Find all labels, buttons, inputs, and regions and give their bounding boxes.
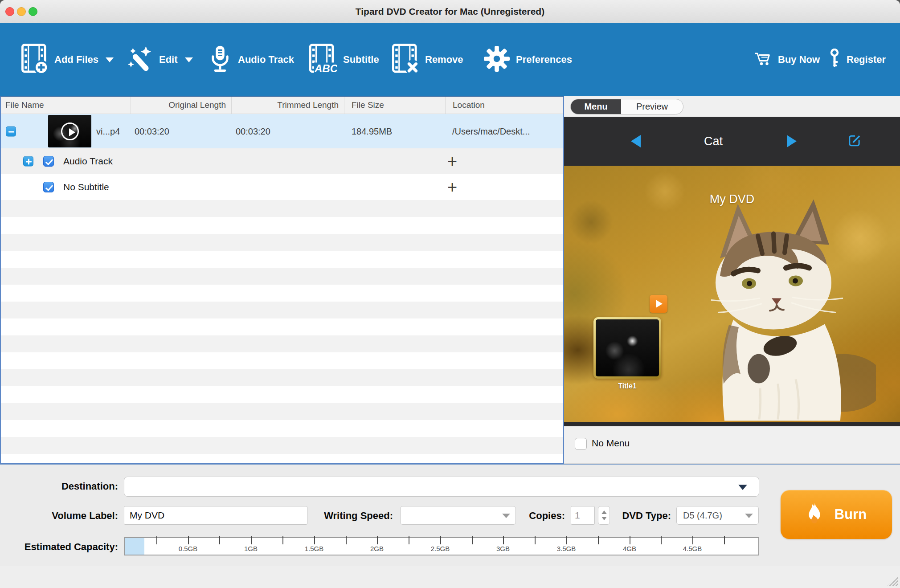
register-label: Register bbox=[847, 54, 886, 65]
menu-template-name: Cat bbox=[671, 117, 756, 166]
subtitle-label: Subtitle bbox=[343, 54, 379, 65]
no-menu-area: No Menu bbox=[564, 426, 900, 464]
copies-input[interactable] bbox=[571, 506, 595, 525]
kitten-illustration bbox=[667, 190, 876, 422]
burn-button-label: Burn bbox=[835, 506, 867, 523]
tab-preview[interactable]: Preview bbox=[621, 99, 683, 114]
flame-icon bbox=[806, 503, 823, 526]
volume-label-label: Volume Label: bbox=[0, 510, 118, 522]
microphone-icon bbox=[209, 45, 232, 75]
previous-template-button[interactable] bbox=[631, 135, 641, 147]
audio-track-checkbox[interactable] bbox=[43, 156, 54, 167]
capacity-tick-label: 2GB bbox=[370, 545, 384, 552]
cart-icon bbox=[754, 50, 772, 69]
menu-template-bar: Cat bbox=[564, 117, 900, 166]
column-header-location[interactable]: Location bbox=[446, 97, 563, 114]
chevron-down-icon bbox=[106, 57, 114, 62]
column-header-file-name[interactable]: File Name bbox=[1, 97, 131, 114]
add-files-label: Add Files bbox=[54, 54, 98, 65]
column-header-trimmed-length[interactable]: Trimmed Length bbox=[232, 97, 344, 114]
audio-track-label: Audio Track bbox=[63, 156, 113, 167]
trimmed-length-cell: 00:03:20 bbox=[236, 126, 270, 136]
table-row-subtitle: No Subtitle + bbox=[1, 174, 563, 200]
empty-rows-area bbox=[1, 200, 563, 462]
column-header-file-size[interactable]: File Size bbox=[344, 97, 446, 114]
preferences-button[interactable]: Preferences bbox=[484, 23, 572, 96]
edit-button[interactable]: Edit bbox=[127, 23, 193, 96]
writing-speed-label: Writing Speed: bbox=[312, 510, 393, 522]
capacity-gauge: 0.5GB 1GB 1.5GB 2GB 2.5GB 3GB 3.5GB 4GB … bbox=[124, 537, 759, 555]
table-row-video[interactable]: vi...p4 00:03:20 00:03:20 184.95MB /User… bbox=[1, 114, 563, 148]
file-list-panel: File Name Original Length Trimmed Length… bbox=[0, 96, 564, 464]
menu-preview-segmented-control: Menu Preview bbox=[570, 99, 683, 114]
subtitle-label: No Subtitle bbox=[63, 182, 109, 192]
preview-panel: Menu Preview Cat bbox=[564, 96, 900, 464]
edit-menu-icon[interactable] bbox=[847, 134, 862, 148]
play-overlay-icon bbox=[61, 122, 79, 140]
burn-settings-panel: Destination: Volume Label: Writing Speed… bbox=[0, 464, 900, 566]
dvd-menu-preview: My DVD Title1 bbox=[564, 166, 900, 422]
estimated-capacity-label: Estimated Capacity: bbox=[0, 541, 118, 553]
tab-menu[interactable]: Menu bbox=[571, 99, 621, 114]
remove-label: Remove bbox=[425, 54, 463, 65]
magic-wand-icon bbox=[127, 45, 153, 74]
film-add-icon bbox=[20, 43, 48, 76]
destination-combobox[interactable] bbox=[124, 477, 759, 497]
capacity-fill bbox=[125, 538, 144, 555]
column-header-original-length[interactable]: Original Length bbox=[131, 97, 232, 114]
file-name-cell: vi...p4 bbox=[96, 126, 120, 136]
video-thumbnail[interactable] bbox=[48, 115, 91, 147]
svg-text:ABC: ABC bbox=[314, 62, 337, 74]
next-template-button[interactable] bbox=[787, 135, 797, 147]
capacity-tick-label: 4GB bbox=[623, 545, 636, 552]
subtitle-button[interactable]: ABC Subtitle bbox=[308, 23, 379, 96]
buy-now-label: Buy Now bbox=[778, 54, 820, 65]
capacity-tick-label: 4.5GB bbox=[683, 545, 702, 552]
dvd-disc-title[interactable]: My DVD bbox=[564, 192, 900, 206]
file-size-cell: 184.95MB bbox=[352, 126, 392, 136]
no-menu-label: No Menu bbox=[592, 438, 630, 449]
audio-track-label: Audio Track bbox=[238, 54, 294, 65]
window-title: Tipard DVD Creator for Mac (Unregistered… bbox=[0, 0, 900, 23]
title1-label: Title1 bbox=[593, 382, 661, 390]
title1-thumbnail-image bbox=[596, 319, 659, 376]
title-bar: Tipard DVD Creator for Mac (Unregistered… bbox=[0, 0, 900, 23]
burn-button[interactable]: Burn bbox=[781, 490, 892, 539]
preview-tab-strip: Menu Preview bbox=[564, 96, 900, 117]
chevron-down-icon bbox=[185, 57, 193, 62]
copies-label: Copies: bbox=[512, 510, 565, 522]
destination-label: Destination: bbox=[0, 481, 118, 492]
chevron-down-icon bbox=[738, 485, 747, 490]
main-toolbar: Add Files Edit bbox=[0, 23, 900, 96]
preferences-label: Preferences bbox=[516, 54, 572, 65]
menu-play-button[interactable] bbox=[650, 295, 667, 313]
add-audio-track-button[interactable]: + bbox=[446, 155, 459, 168]
capacity-tick-label: 1GB bbox=[244, 545, 258, 552]
capacity-tick-label: 3GB bbox=[496, 545, 510, 552]
add-files-button[interactable]: Add Files bbox=[20, 23, 114, 96]
add-subtitle-button[interactable]: + bbox=[446, 180, 459, 194]
location-cell: /Users/mac/Deskt... bbox=[452, 126, 530, 136]
chevron-down-icon bbox=[745, 514, 753, 518]
resize-grip[interactable] bbox=[887, 576, 898, 586]
dvd-type-combobox[interactable]: D5 (4.7G) bbox=[676, 506, 759, 525]
buy-now-button[interactable]: Buy Now bbox=[754, 23, 820, 96]
dvd-type-label: DVD Type: bbox=[606, 510, 671, 522]
capacity-tick-label: 3.5GB bbox=[557, 545, 576, 552]
subtitle-checkbox[interactable] bbox=[43, 182, 54, 192]
chevron-down-icon bbox=[502, 514, 510, 518]
collapse-row-button[interactable] bbox=[6, 126, 16, 136]
film-remove-icon bbox=[391, 43, 419, 76]
writing-speed-combobox[interactable] bbox=[400, 506, 516, 525]
capacity-tick-label: 2.5GB bbox=[431, 545, 450, 552]
title1-thumbnail[interactable] bbox=[593, 317, 661, 379]
expand-audio-button[interactable] bbox=[23, 156, 33, 167]
no-menu-checkbox[interactable] bbox=[575, 438, 587, 450]
audio-track-button[interactable]: Audio Track bbox=[209, 23, 294, 96]
menu-bottom-strip bbox=[564, 422, 900, 426]
remove-button[interactable]: Remove bbox=[391, 23, 463, 96]
status-bar bbox=[0, 566, 900, 588]
volume-label-input[interactable] bbox=[124, 506, 307, 525]
register-button[interactable]: Register bbox=[830, 23, 886, 96]
gear-icon bbox=[484, 46, 510, 74]
